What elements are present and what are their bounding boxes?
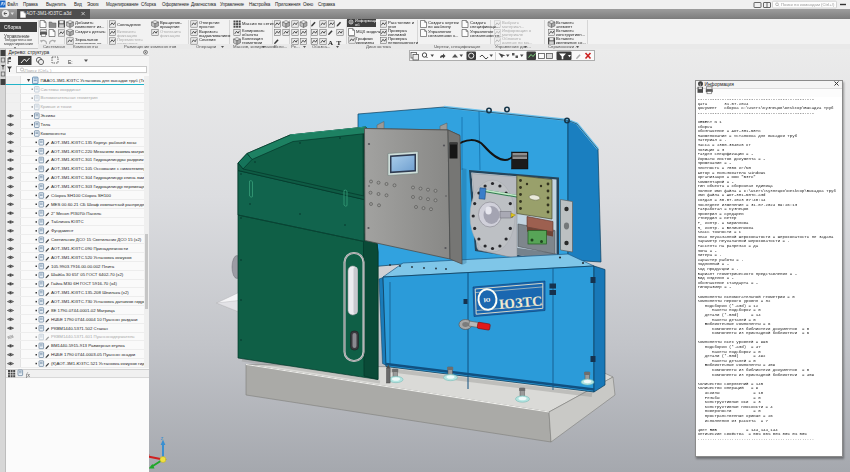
svg-text:z: z — [161, 435, 164, 441]
svg-text:Ю: Ю — [483, 297, 490, 304]
